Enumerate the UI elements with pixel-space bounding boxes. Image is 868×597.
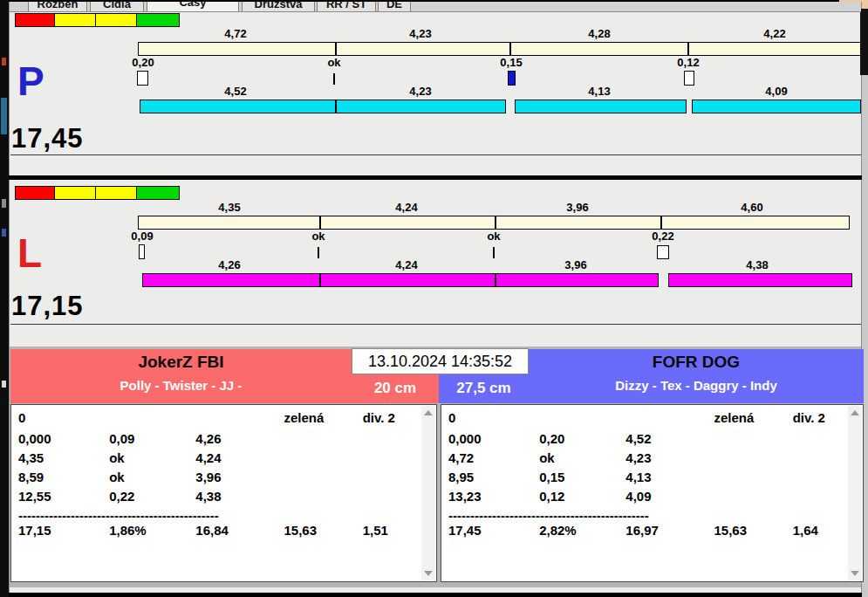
status-light-red <box>15 13 55 27</box>
l-dog-time-label-1: 4,26 <box>181 258 277 271</box>
l-marker-label-2: ok <box>270 230 366 243</box>
division-label: div. 2 <box>793 410 845 425</box>
ok-tick-marker <box>318 247 319 258</box>
segment-divider <box>509 43 511 55</box>
p-marker-label-3: 0,15 <box>463 56 559 69</box>
divider-line <box>10 324 861 325</box>
table-header-row: 0 zelená div. 2 <box>18 410 419 428</box>
status-light-yellow-2 <box>95 13 137 27</box>
table-row: 12,55 0,22 4,38 <box>18 489 419 506</box>
p-marker-label-2: ok <box>286 56 382 69</box>
team-right-dogs: Dizzy - Tex - Daggry - Indy <box>529 378 864 393</box>
p-ruler-bar <box>138 42 861 56</box>
window-bottom-strip <box>10 587 861 593</box>
table-separator: ----------------------------------------… <box>18 508 269 520</box>
segment-divider <box>495 274 496 286</box>
team-right-name: FOFR DOG <box>529 353 864 372</box>
table-totals-row: 17,45 2,82% 16,97 15,63 1,64 <box>448 523 845 540</box>
scroll-down-icon[interactable] <box>851 571 859 576</box>
jump-height-left: 20 cm <box>352 380 439 401</box>
table-row: 13,23 0,12 4,09 <box>448 489 845 506</box>
l-marker-label-4: 0,22 <box>615 230 711 243</box>
table-totals-row: 17,15 1,86% 16,84 15,63 1,51 <box>18 523 419 540</box>
segment-divider <box>495 216 496 229</box>
lane-color-label: zelená <box>714 410 789 425</box>
lane-p-total-time: 17,45 <box>11 123 84 154</box>
team-left-name: JokerZ FBI <box>10 353 352 372</box>
status-light-green <box>136 13 180 27</box>
p-split-label-3: 4,28 <box>551 27 647 40</box>
run-number: 0 <box>18 410 106 425</box>
scroll-down-icon[interactable] <box>424 571 433 576</box>
l-split-label-1: 4,35 <box>181 201 277 214</box>
l-time-bar-1-3 <box>142 273 659 287</box>
fault-marker-box <box>657 245 669 259</box>
timestamp-box: 13.10.2024 14:35:52 <box>352 348 529 374</box>
p-dog-time-label-4: 4,09 <box>728 85 824 98</box>
segment-divider <box>687 43 689 55</box>
p-marker-label-4: 0,12 <box>640 56 736 69</box>
background-window-strip <box>0 0 9 597</box>
p-time-bar-1-2 <box>140 100 506 113</box>
table-separator: ----------------------------------------… <box>448 508 699 520</box>
segment-divider <box>660 216 662 229</box>
status-light-yellow-1 <box>54 13 96 27</box>
status-light-yellow-1 <box>54 186 96 200</box>
application-window: Rozběh Čidla Časy Družstva RR / ST DE P … <box>0 0 868 597</box>
l-split-label-2: 4,24 <box>359 201 455 214</box>
result-table-right: 0 zelená div. 2 0,000 0,20 4,52 4,72 ok … <box>441 404 864 582</box>
lane-color-label: zelená <box>284 410 359 425</box>
p-split-label-2: 4,23 <box>372 27 468 40</box>
fault-marker-box-selected <box>508 71 516 86</box>
result-table-left: 0 zelená div. 2 0,000 0,09 4,26 4,35 ok … <box>10 404 437 582</box>
l-split-label-4: 4,60 <box>704 201 800 214</box>
panel-divider <box>9 175 862 180</box>
status-light-red <box>15 186 55 200</box>
lane-l-letter: L <box>17 233 42 273</box>
p-dog-time-label-2: 4,23 <box>372 85 468 98</box>
divider-line <box>10 154 861 155</box>
window-right-border <box>860 9 868 75</box>
background-speck <box>2 229 6 237</box>
table-row: 0,000 0,09 4,26 <box>18 431 419 449</box>
l-ruler-bar <box>138 216 850 230</box>
jump-height-right: 27,5 cm <box>439 380 529 401</box>
l-split-label-3: 3,96 <box>530 201 625 214</box>
background-speck <box>2 199 6 208</box>
p-marker-label-1: 0,20 <box>95 56 191 69</box>
division-label: div. 2 <box>363 410 415 425</box>
l-dog-time-label-4: 4,38 <box>709 258 805 271</box>
lane-l-total-time: 17,15 <box>11 291 84 322</box>
scroll-up-icon[interactable] <box>424 410 433 415</box>
status-light-green <box>136 186 180 200</box>
background-speck <box>2 58 6 65</box>
segment-divider <box>335 100 337 113</box>
p-time-bar-4 <box>692 100 861 113</box>
segment-divider <box>319 274 321 286</box>
team-left-dogs: Polly - Twister - JJ - <box>10 378 352 393</box>
ok-tick-marker <box>333 73 335 85</box>
panel-p-top-border <box>10 11 861 12</box>
fault-marker-box <box>684 71 694 86</box>
table-header-row: 0 zelená div. 2 <box>448 410 845 428</box>
l-dog-time-label-2: 4,24 <box>359 258 455 271</box>
p-split-label-1: 4,72 <box>188 27 284 40</box>
status-light-yellow-2 <box>95 186 137 200</box>
lane-p-letter: P <box>17 61 44 101</box>
p-dog-time-label-1: 4,52 <box>188 85 284 98</box>
table-row: 8,59 ok 3,96 <box>18 470 419 487</box>
p-time-bar-3 <box>515 100 687 113</box>
table-scrollbar[interactable] <box>848 406 862 580</box>
segment-divider <box>335 43 337 55</box>
run-number: 0 <box>448 410 536 425</box>
table-row: 4,35 ok 4,24 <box>18 450 419 468</box>
l-time-bar-4 <box>668 273 852 287</box>
background-speck <box>1 98 7 134</box>
segment-divider <box>319 216 321 229</box>
table-scrollbar[interactable] <box>421 406 435 580</box>
p-split-label-4: 4,22 <box>727 27 823 40</box>
table-row: 8,95 0,15 4,13 <box>448 470 845 487</box>
l-marker-label-3: ok <box>446 230 542 243</box>
scroll-up-icon[interactable] <box>851 410 859 415</box>
background-speck <box>2 381 6 388</box>
